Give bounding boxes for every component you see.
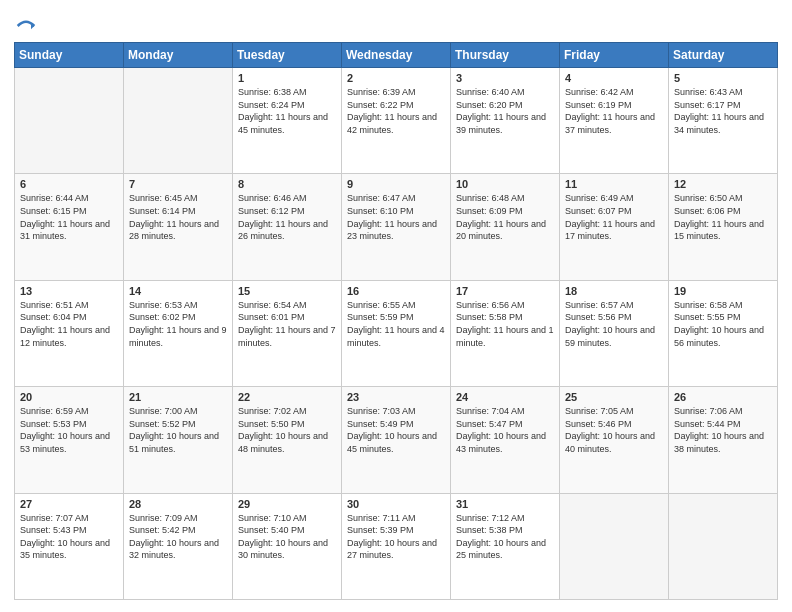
calendar-day-cell: 24Sunrise: 7:04 AMSunset: 5:47 PMDayligh… — [451, 387, 560, 493]
calendar-day-cell — [669, 493, 778, 599]
day-info: Sunrise: 6:50 AMSunset: 6:06 PMDaylight:… — [674, 192, 772, 242]
header — [14, 12, 778, 36]
day-info: Sunrise: 6:49 AMSunset: 6:07 PMDaylight:… — [565, 192, 663, 242]
day-of-week-header: Tuesday — [233, 43, 342, 68]
day-number: 15 — [238, 285, 336, 297]
day-info: Sunrise: 6:47 AMSunset: 6:10 PMDaylight:… — [347, 192, 445, 242]
logo — [14, 16, 36, 36]
day-info: Sunrise: 6:39 AMSunset: 6:22 PMDaylight:… — [347, 86, 445, 136]
day-info: Sunrise: 7:04 AMSunset: 5:47 PMDaylight:… — [456, 405, 554, 455]
calendar-day-cell: 13Sunrise: 6:51 AMSunset: 6:04 PMDayligh… — [15, 280, 124, 386]
day-of-week-header: Monday — [124, 43, 233, 68]
day-of-week-header: Sunday — [15, 43, 124, 68]
day-info: Sunrise: 7:06 AMSunset: 5:44 PMDaylight:… — [674, 405, 772, 455]
calendar-day-cell: 10Sunrise: 6:48 AMSunset: 6:09 PMDayligh… — [451, 174, 560, 280]
calendar-day-cell: 7Sunrise: 6:45 AMSunset: 6:14 PMDaylight… — [124, 174, 233, 280]
calendar-day-cell — [15, 68, 124, 174]
day-number: 25 — [565, 391, 663, 403]
calendar-table: SundayMondayTuesdayWednesdayThursdayFrid… — [14, 42, 778, 600]
calendar-week-row: 1Sunrise: 6:38 AMSunset: 6:24 PMDaylight… — [15, 68, 778, 174]
day-number: 22 — [238, 391, 336, 403]
day-number: 16 — [347, 285, 445, 297]
day-info: Sunrise: 6:43 AMSunset: 6:17 PMDaylight:… — [674, 86, 772, 136]
calendar-week-row: 27Sunrise: 7:07 AMSunset: 5:43 PMDayligh… — [15, 493, 778, 599]
day-info: Sunrise: 6:42 AMSunset: 6:19 PMDaylight:… — [565, 86, 663, 136]
day-info: Sunrise: 7:11 AMSunset: 5:39 PMDaylight:… — [347, 512, 445, 562]
calendar-day-cell: 11Sunrise: 6:49 AMSunset: 6:07 PMDayligh… — [560, 174, 669, 280]
day-number: 30 — [347, 498, 445, 510]
day-info: Sunrise: 7:00 AMSunset: 5:52 PMDaylight:… — [129, 405, 227, 455]
calendar-day-cell: 30Sunrise: 7:11 AMSunset: 5:39 PMDayligh… — [342, 493, 451, 599]
calendar-day-cell: 17Sunrise: 6:56 AMSunset: 5:58 PMDayligh… — [451, 280, 560, 386]
day-of-week-header: Saturday — [669, 43, 778, 68]
day-number: 23 — [347, 391, 445, 403]
day-number: 6 — [20, 178, 118, 190]
calendar-day-cell: 8Sunrise: 6:46 AMSunset: 6:12 PMDaylight… — [233, 174, 342, 280]
day-number: 27 — [20, 498, 118, 510]
day-number: 18 — [565, 285, 663, 297]
calendar-day-cell: 4Sunrise: 6:42 AMSunset: 6:19 PMDaylight… — [560, 68, 669, 174]
day-number: 21 — [129, 391, 227, 403]
calendar-day-cell: 31Sunrise: 7:12 AMSunset: 5:38 PMDayligh… — [451, 493, 560, 599]
day-of-week-header: Wednesday — [342, 43, 451, 68]
calendar-day-cell: 18Sunrise: 6:57 AMSunset: 5:56 PMDayligh… — [560, 280, 669, 386]
day-number: 14 — [129, 285, 227, 297]
day-info: Sunrise: 6:58 AMSunset: 5:55 PMDaylight:… — [674, 299, 772, 349]
day-number: 4 — [565, 72, 663, 84]
day-info: Sunrise: 6:38 AMSunset: 6:24 PMDaylight:… — [238, 86, 336, 136]
page: SundayMondayTuesdayWednesdayThursdayFrid… — [0, 0, 792, 612]
day-info: Sunrise: 7:07 AMSunset: 5:43 PMDaylight:… — [20, 512, 118, 562]
calendar-day-cell: 6Sunrise: 6:44 AMSunset: 6:15 PMDaylight… — [15, 174, 124, 280]
calendar-day-cell: 21Sunrise: 7:00 AMSunset: 5:52 PMDayligh… — [124, 387, 233, 493]
calendar-day-cell: 26Sunrise: 7:06 AMSunset: 5:44 PMDayligh… — [669, 387, 778, 493]
day-number: 28 — [129, 498, 227, 510]
calendar-day-cell: 3Sunrise: 6:40 AMSunset: 6:20 PMDaylight… — [451, 68, 560, 174]
day-number: 20 — [20, 391, 118, 403]
calendar-day-cell: 27Sunrise: 7:07 AMSunset: 5:43 PMDayligh… — [15, 493, 124, 599]
day-info: Sunrise: 6:48 AMSunset: 6:09 PMDaylight:… — [456, 192, 554, 242]
day-info: Sunrise: 6:55 AMSunset: 5:59 PMDaylight:… — [347, 299, 445, 349]
day-number: 29 — [238, 498, 336, 510]
calendar-day-cell: 28Sunrise: 7:09 AMSunset: 5:42 PMDayligh… — [124, 493, 233, 599]
calendar-day-cell: 15Sunrise: 6:54 AMSunset: 6:01 PMDayligh… — [233, 280, 342, 386]
calendar-day-cell: 23Sunrise: 7:03 AMSunset: 5:49 PMDayligh… — [342, 387, 451, 493]
logo-icon — [16, 16, 36, 36]
day-info: Sunrise: 7:02 AMSunset: 5:50 PMDaylight:… — [238, 405, 336, 455]
day-number: 10 — [456, 178, 554, 190]
day-number: 17 — [456, 285, 554, 297]
calendar-day-cell: 14Sunrise: 6:53 AMSunset: 6:02 PMDayligh… — [124, 280, 233, 386]
day-info: Sunrise: 6:40 AMSunset: 6:20 PMDaylight:… — [456, 86, 554, 136]
day-info: Sunrise: 6:44 AMSunset: 6:15 PMDaylight:… — [20, 192, 118, 242]
day-info: Sunrise: 7:03 AMSunset: 5:49 PMDaylight:… — [347, 405, 445, 455]
day-info: Sunrise: 6:45 AMSunset: 6:14 PMDaylight:… — [129, 192, 227, 242]
day-info: Sunrise: 7:05 AMSunset: 5:46 PMDaylight:… — [565, 405, 663, 455]
day-info: Sunrise: 7:09 AMSunset: 5:42 PMDaylight:… — [129, 512, 227, 562]
day-number: 9 — [347, 178, 445, 190]
calendar-day-cell: 20Sunrise: 6:59 AMSunset: 5:53 PMDayligh… — [15, 387, 124, 493]
calendar-day-cell: 2Sunrise: 6:39 AMSunset: 6:22 PMDaylight… — [342, 68, 451, 174]
calendar-day-cell: 19Sunrise: 6:58 AMSunset: 5:55 PMDayligh… — [669, 280, 778, 386]
calendar-header-row: SundayMondayTuesdayWednesdayThursdayFrid… — [15, 43, 778, 68]
day-number: 31 — [456, 498, 554, 510]
day-info: Sunrise: 6:53 AMSunset: 6:02 PMDaylight:… — [129, 299, 227, 349]
day-info: Sunrise: 6:46 AMSunset: 6:12 PMDaylight:… — [238, 192, 336, 242]
day-number: 2 — [347, 72, 445, 84]
day-info: Sunrise: 6:54 AMSunset: 6:01 PMDaylight:… — [238, 299, 336, 349]
calendar-day-cell: 29Sunrise: 7:10 AMSunset: 5:40 PMDayligh… — [233, 493, 342, 599]
calendar-day-cell: 1Sunrise: 6:38 AMSunset: 6:24 PMDaylight… — [233, 68, 342, 174]
day-number: 26 — [674, 391, 772, 403]
day-info: Sunrise: 6:57 AMSunset: 5:56 PMDaylight:… — [565, 299, 663, 349]
calendar-week-row: 6Sunrise: 6:44 AMSunset: 6:15 PMDaylight… — [15, 174, 778, 280]
day-number: 13 — [20, 285, 118, 297]
day-number: 19 — [674, 285, 772, 297]
calendar-day-cell: 5Sunrise: 6:43 AMSunset: 6:17 PMDaylight… — [669, 68, 778, 174]
day-number: 5 — [674, 72, 772, 84]
day-number: 11 — [565, 178, 663, 190]
day-info: Sunrise: 6:59 AMSunset: 5:53 PMDaylight:… — [20, 405, 118, 455]
day-of-week-header: Thursday — [451, 43, 560, 68]
day-number: 12 — [674, 178, 772, 190]
calendar-day-cell: 12Sunrise: 6:50 AMSunset: 6:06 PMDayligh… — [669, 174, 778, 280]
day-number: 3 — [456, 72, 554, 84]
calendar-day-cell — [560, 493, 669, 599]
day-info: Sunrise: 6:56 AMSunset: 5:58 PMDaylight:… — [456, 299, 554, 349]
